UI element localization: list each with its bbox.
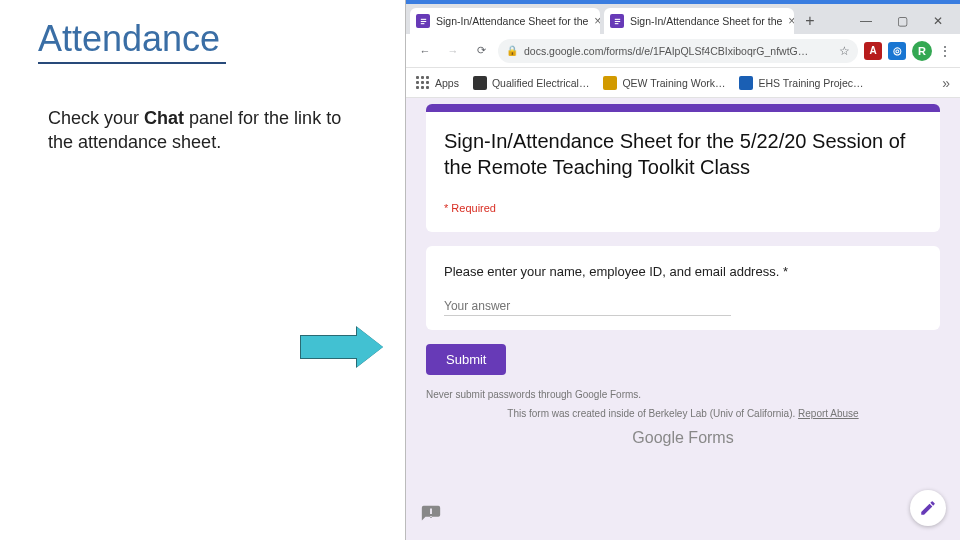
tab-label: Sign-In/Attendance Sheet for the — [436, 15, 588, 27]
form-title: Sign-In/Attendance Sheet for the 5/22/20… — [444, 128, 922, 180]
bookmarks-overflow-icon[interactable]: » — [942, 75, 950, 91]
logo-forms: Forms — [684, 429, 734, 446]
svg-rect-3 — [420, 23, 424, 24]
question-label: Please enter your name, employee ID, and… — [444, 264, 922, 279]
profile-avatar[interactable]: R — [912, 41, 932, 61]
form-org-note: This form was created inside of Berkeley… — [426, 408, 940, 419]
instruction-bold: Chat — [144, 108, 184, 128]
bookmarks-bar: Apps Qualified Electrical… QEW Training … — [406, 68, 960, 98]
org-text: This form was created inside of Berkeley… — [507, 408, 798, 419]
apps-label: Apps — [435, 77, 459, 89]
slide-title: Attendance — [38, 18, 226, 64]
report-abuse-link[interactable]: Report Abuse — [798, 408, 859, 419]
browser-window: Sign-In/Attendance Sheet for the × Sign-… — [405, 0, 960, 540]
nav-forward-button[interactable]: → — [442, 40, 464, 62]
submit-button[interactable]: Submit — [426, 344, 506, 375]
tab-bar: Sign-In/Attendance Sheet for the × Sign-… — [406, 4, 960, 34]
answer-input[interactable] — [444, 297, 731, 316]
window-maximize-button[interactable]: ▢ — [884, 8, 920, 34]
bookmark-label: Qualified Electrical… — [492, 77, 589, 89]
new-tab-button[interactable]: + — [798, 12, 822, 30]
window-controls: — ▢ ✕ — [848, 8, 956, 34]
form-question-card: Please enter your name, employee ID, and… — [426, 246, 940, 330]
instruction-text: Check your Chat panel for the link to th… — [48, 106, 358, 155]
forms-favicon-icon — [610, 14, 624, 28]
nav-reload-button[interactable]: ⟳ — [470, 40, 492, 62]
instruction-prefix: Check your — [48, 108, 144, 128]
bookmark-item[interactable]: QEW Training Work… — [603, 76, 725, 90]
bookmark-star-icon[interactable]: ☆ — [839, 44, 850, 58]
window-minimize-button[interactable]: — — [848, 8, 884, 34]
apps-shortcut[interactable]: Apps — [416, 76, 459, 90]
required-indicator: * Required — [444, 202, 922, 214]
bookmark-item[interactable]: Qualified Electrical… — [473, 76, 589, 90]
forms-favicon-icon — [416, 14, 430, 28]
arrow-indicator — [300, 335, 358, 359]
browser-toolbar: ← → ⟳ 🔒 docs.google.com/forms/d/e/1FAIpQ… — [406, 34, 960, 68]
extension-icon[interactable]: A — [864, 42, 882, 60]
bookmark-icon — [603, 76, 617, 90]
lock-icon: 🔒 — [506, 45, 518, 56]
apps-grid-icon — [416, 76, 430, 90]
svg-rect-2 — [420, 20, 425, 21]
google-forms-logo: Google Forms — [426, 429, 940, 447]
bookmark-item[interactable]: EHS Training Projec… — [739, 76, 863, 90]
feedback-icon[interactable] — [420, 504, 442, 526]
form-header-card: Sign-In/Attendance Sheet for the 5/22/20… — [426, 104, 940, 232]
bookmark-label: QEW Training Work… — [622, 77, 725, 89]
svg-rect-1 — [420, 18, 425, 19]
address-bar[interactable]: 🔒 docs.google.com/forms/d/e/1FAIpQLSf4CB… — [498, 39, 858, 63]
svg-rect-7 — [614, 23, 618, 24]
extension-icon[interactable]: ◎ — [888, 42, 906, 60]
svg-rect-6 — [614, 20, 619, 21]
page-viewport: Sign-In/Attendance Sheet for the 5/22/20… — [406, 98, 960, 540]
tab-close-icon[interactable]: × — [594, 14, 600, 28]
question-text: Please enter your name, employee ID, and… — [444, 264, 788, 279]
tab-close-icon[interactable]: × — [788, 14, 794, 28]
bookmark-label: EHS Training Projec… — [758, 77, 863, 89]
logo-google: Google — [632, 429, 684, 446]
browser-tab[interactable]: Sign-In/Attendance Sheet for the × — [410, 8, 600, 34]
svg-rect-5 — [614, 18, 619, 19]
nav-back-button[interactable]: ← — [414, 40, 436, 62]
bookmark-icon — [739, 76, 753, 90]
browser-menu-button[interactable]: ⋮ — [938, 43, 952, 59]
bookmark-icon — [473, 76, 487, 90]
tab-label: Sign-In/Attendance Sheet for the — [630, 15, 782, 27]
browser-tab[interactable]: Sign-In/Attendance Sheet for the × — [604, 8, 794, 34]
url-text: docs.google.com/forms/d/e/1FAIpQLSf4CBIx… — [524, 45, 808, 57]
edit-fab-button[interactable] — [910, 490, 946, 526]
window-close-button[interactable]: ✕ — [920, 8, 956, 34]
password-warning: Never submit passwords through Google Fo… — [426, 389, 940, 400]
